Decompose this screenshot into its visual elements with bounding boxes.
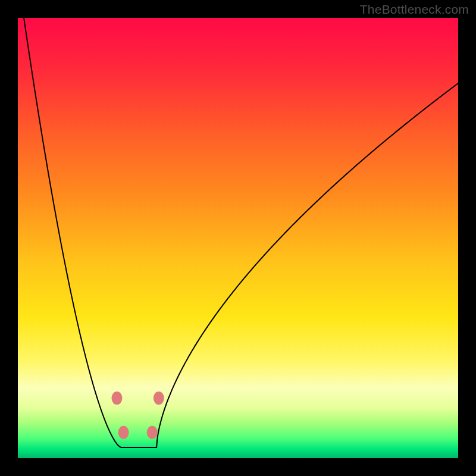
- watermark-text: TheBottleneck.com: [360, 2, 469, 17]
- gradient-background: [18, 18, 458, 458]
- bottleneck-chart: [18, 18, 458, 458]
- chart-stage: TheBottleneck.com: [0, 0, 476, 476]
- kink-marker: [112, 392, 123, 405]
- kink-marker: [147, 426, 158, 439]
- kink-marker: [118, 426, 129, 439]
- kink-marker: [154, 392, 164, 405]
- plot-area: [18, 18, 458, 458]
